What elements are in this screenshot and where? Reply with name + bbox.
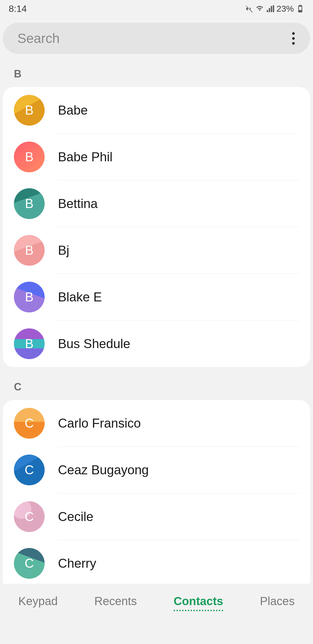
status-right: 23% [245,4,304,14]
contact-name: Babe [58,103,88,117]
avatar-letter: B [25,290,33,304]
avatar-letter: C [25,463,34,477]
contact-row[interactable]: CCarlo Fransico [3,400,310,446]
avatar: C [14,455,45,485]
contact-name: Carlo Fransico [58,416,141,430]
contact-name: Bus Shedule [58,337,130,351]
section-header: B [0,54,313,87]
avatar-letter: B [25,196,33,211]
contact-name: Bj [58,243,69,258]
tab-contacts[interactable]: Contacts [174,592,223,611]
contact-row[interactable]: BBlake E [3,274,310,320]
contact-row[interactable]: CCherry [3,540,310,584]
contact-row[interactable]: BBabe Phil [3,134,310,180]
bottom-nav: Keypad Recents Contacts Places [0,584,313,618]
search-bar[interactable]: Search [3,23,310,54]
contact-row[interactable]: BBus Shedule [3,321,310,367]
section-card: BBabeBBabe PhilBBettinaBBjBBlake EBBus S… [3,87,310,367]
battery-pct: 23% [276,4,294,14]
tab-places[interactable]: Places [260,592,295,611]
battery-icon [296,5,304,13]
contact-name: Babe Phil [58,150,112,164]
contact-name: Blake E [58,290,102,304]
vibrate-mute-icon [245,5,253,13]
avatar-letter: B [25,103,33,117]
contact-row[interactable]: BBj [3,227,310,274]
avatar: B [14,188,45,219]
wifi-icon [256,5,264,13]
avatar: B [14,328,45,359]
contacts-list[interactable]: BBBabeBBabe PhilBBettinaBBjBBlake EBBus … [0,54,313,584]
avatar-letter: C [25,509,34,524]
avatar-letter: C [25,556,34,571]
avatar: B [14,95,45,126]
contact-row[interactable]: CCecile [3,493,310,540]
avatar-letter: B [25,337,33,351]
avatar: C [14,501,45,532]
tab-keypad[interactable]: Keypad [18,592,58,611]
avatar-letter: B [25,243,33,258]
status-bar: 8:14 23% [0,0,313,17]
contact-name: Cherry [58,556,96,571]
contact-row[interactable]: CCeaz Bugayong [3,447,310,493]
avatar: B [14,282,45,312]
tab-recents[interactable]: Recents [94,592,137,611]
avatar-letter: B [25,150,33,164]
signal-icon [266,5,274,13]
avatar-letter: C [25,416,34,430]
contact-name: Cecile [58,509,93,524]
more-icon[interactable] [287,32,299,45]
contact-row[interactable]: BBabe [3,87,310,133]
svg-rect-2 [299,10,301,12]
contact-row[interactable]: BBettina [3,180,310,227]
avatar: B [14,235,45,266]
contact-name: Bettina [58,196,98,211]
avatar: B [14,142,45,172]
section-header: C [0,367,313,400]
status-time: 8:14 [9,3,27,14]
section-card: CCarlo FransicoCCeaz BugayongCCecileCChe… [3,400,310,584]
contact-name: Ceaz Bugayong [58,463,149,477]
avatar: C [14,408,45,439]
avatar: C [14,548,45,579]
search-placeholder: Search [17,30,287,46]
